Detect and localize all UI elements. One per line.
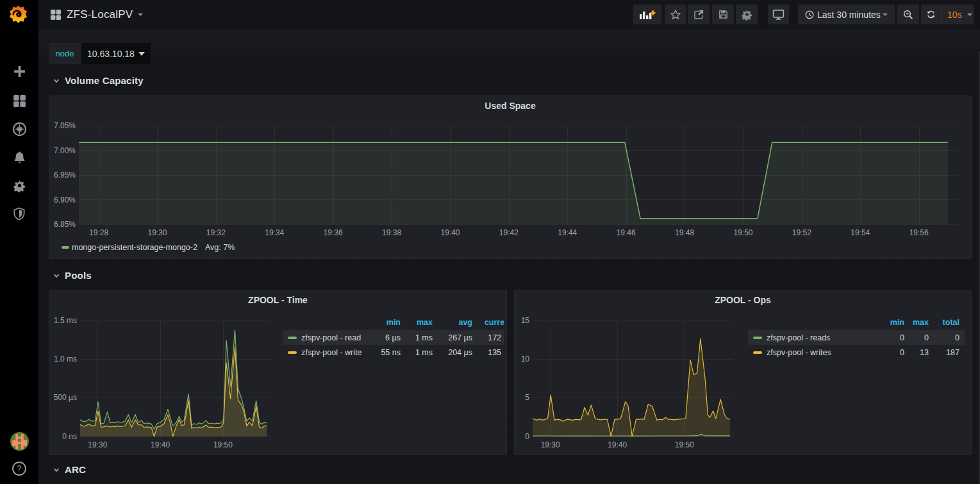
x-tick-label: 19:30 — [541, 440, 560, 449]
page-top-glow — [38, 28, 980, 67]
save-dashboard-button[interactable] — [712, 4, 734, 24]
row-title: Pools — [65, 270, 92, 281]
user-avatar[interactable] — [10, 432, 29, 451]
y-tick-label: 6.90% — [54, 196, 76, 204]
x-tick-label: 19:52 — [792, 228, 811, 237]
zoom-out-button[interactable] — [897, 4, 919, 24]
x-tick-label: 19:40 — [151, 440, 170, 449]
legend-row: zfspv-pool - reads000 — [748, 330, 965, 345]
y-tick-label: 5 — [525, 393, 529, 402]
y-tick-label: 0 — [525, 432, 529, 441]
sidebar-item-create[interactable] — [0, 57, 38, 85]
time-range-caret-icon — [883, 13, 888, 16]
legend-row: zfspv-pool - writes013187 — [748, 345, 965, 360]
x-tick-label: 19:34 — [265, 228, 284, 237]
y-tick-label: 10 — [521, 355, 530, 363]
panel-zpool-ops: ZPOOL - Ops 05101519:3019:4019:50minmaxt… — [514, 290, 972, 455]
dashboard-settings-button[interactable] — [736, 4, 758, 24]
legend-header-row: minmaxavgcurrent — [283, 315, 504, 330]
plus-icon — [13, 65, 26, 78]
shield-icon — [13, 207, 26, 221]
dashboard-grid-icon — [50, 9, 62, 21]
legend-column-header-current[interactable]: current — [283, 315, 504, 330]
x-tick-label: 19:30 — [147, 228, 167, 237]
series-zfspv-pool - writes — [533, 338, 730, 437]
legend-series-name[interactable]: mongo-persistent-storage-mongo-2 — [72, 243, 197, 252]
refresh-button[interactable] — [921, 4, 942, 24]
panel-zpool-time: ZPOOL - Time 0 ns500 µs1.0 ms1.5 ms19:30… — [49, 290, 507, 455]
legend-item[interactable]: mongo-persistent-storage-mongo-2Avg: 7% — [62, 243, 235, 252]
row-header-volume-capacity[interactable]: Volume Capacity — [53, 75, 144, 86]
star-icon — [670, 9, 681, 21]
share-dashboard-button[interactable] — [688, 4, 710, 24]
y-tick-label: 7.05% — [54, 121, 76, 130]
x-tick-label: 19:48 — [675, 228, 694, 237]
y-tick-label: 6.95% — [54, 171, 76, 179]
row-title: ARC — [65, 464, 86, 475]
x-tick-label: 19:30 — [88, 440, 107, 449]
legend-swatch-icon — [62, 246, 69, 249]
add-panel-button[interactable] — [633, 4, 661, 24]
title-caret-icon — [138, 13, 143, 16]
x-tick-label: 19:44 — [558, 228, 577, 237]
submenu: node 10.63.10.18 — [49, 43, 151, 64]
help-icon[interactable]: ? — [12, 461, 27, 476]
row-header-pools[interactable]: Pools — [53, 270, 92, 281]
share-icon — [693, 9, 704, 21]
y-tick-label: 7.00% — [54, 146, 76, 155]
sidebar-item-configuration[interactable] — [0, 171, 38, 199]
sidebar: ? — [0, 0, 38, 484]
y-tick-label: 1.0 ms — [54, 355, 77, 363]
time-range-picker[interactable]: Last 30 minutes — [798, 4, 895, 24]
dashboards-icon — [13, 94, 26, 108]
y-tick-label: 15 — [521, 316, 530, 325]
chevron-down-icon — [53, 466, 60, 474]
star-dashboard-button[interactable] — [665, 4, 686, 24]
x-tick-label: 19:50 — [675, 440, 694, 449]
legend-series-stat: Avg: 7% — [205, 243, 235, 252]
sidebar-item-server-admin[interactable] — [0, 199, 38, 228]
refresh-interval-label: 10s — [947, 10, 962, 20]
gear-icon — [13, 179, 26, 192]
legend-value: 187 — [748, 345, 959, 360]
compass-icon — [12, 122, 27, 137]
x-tick-label: 19:54 — [851, 228, 870, 237]
x-tick-label: 19:40 — [440, 228, 460, 237]
sidebar-item-explore[interactable] — [0, 115, 38, 143]
legend-value: 135 µs — [283, 345, 504, 360]
y-tick-label: 1.5 ms — [54, 316, 77, 325]
variable-label: node — [49, 43, 81, 64]
sidebar-item-alerting[interactable] — [0, 143, 38, 171]
navbar: ZFS-LocalPV Last 30 minutes — [38, 0, 980, 29]
refresh-picker[interactable]: 10s — [921, 4, 974, 24]
panel-used-space: Used Space 6.85%6.90%6.95%7.00%7.05%19:2… — [49, 96, 972, 259]
dashboard-title: ZFS-LocalPV — [67, 8, 133, 21]
x-tick-label: 19:36 — [324, 228, 343, 237]
row-header-arc[interactable]: ARC — [53, 464, 86, 475]
y-tick-label: 500 µs — [54, 393, 77, 402]
settings-gear-icon — [741, 8, 753, 21]
refresh-caret-icon — [967, 13, 972, 16]
save-icon — [718, 9, 729, 20]
row-title: Volume Capacity — [65, 75, 144, 86]
x-tick-label: 19:42 — [499, 228, 519, 237]
legend-header-row: minmaxtotal — [748, 315, 965, 330]
legend-table: minmaxavgcurrentzfspv-pool - read6 µs1 m… — [283, 315, 504, 360]
dashboard-title-group[interactable]: ZFS-LocalPV — [50, 0, 143, 29]
sidebar-item-dashboards[interactable] — [0, 87, 38, 115]
cycle-view-mode-button[interactable] — [768, 4, 789, 24]
y-tick-label: 0 ns — [62, 432, 77, 441]
legend-column-header-total[interactable]: total — [748, 315, 959, 330]
x-tick-label: 19:56 — [909, 228, 929, 237]
bell-icon — [13, 151, 26, 164]
variable-caret-icon — [138, 52, 145, 56]
chevron-down-icon — [53, 77, 60, 85]
x-tick-label: 19:38 — [382, 228, 401, 237]
chart-used_space[interactable]: 6.85%6.90%6.95%7.00%7.05%19:2819:3019:32… — [49, 96, 972, 260]
grafana-logo-icon[interactable] — [8, 4, 28, 24]
x-tick-label: 19:50 — [213, 440, 233, 449]
chevron-down-icon — [53, 272, 60, 280]
variable-value-dropdown[interactable]: 10.63.10.18 — [81, 43, 151, 64]
legend-value: 172 µs — [283, 330, 504, 345]
legend-row: zfspv-pool - read6 µs1 ms267 µs172 µs — [283, 330, 504, 345]
